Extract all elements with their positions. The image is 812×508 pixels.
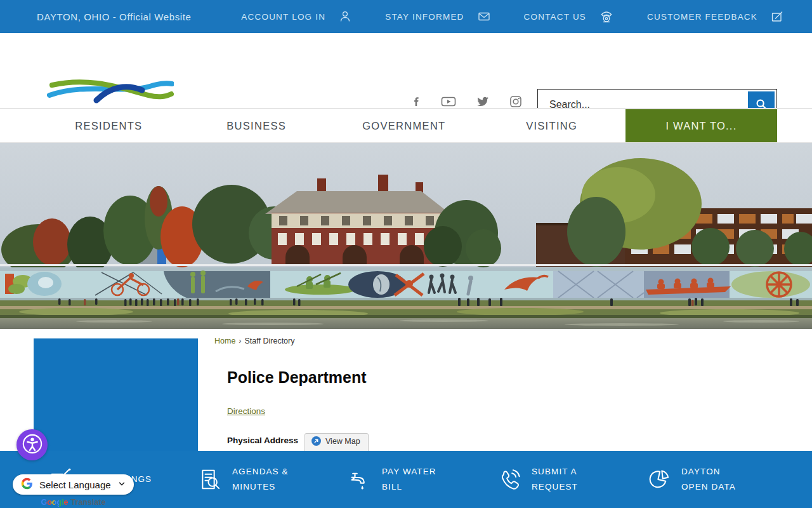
language-select[interactable]: Select Language [13,474,134,495]
account-login-link[interactable]: ACCOUNT LOG IN [241,10,352,23]
feedback-icon [770,10,784,23]
contact-us-label: CONTACT US [524,12,587,22]
google-translate-widget: Select Language GoogleTranslate [13,474,134,507]
topbar: DAYTON, OHIO - Official Website ACCOUNT … [0,0,812,33]
dayton-logo-swoosh-icon [47,72,174,109]
language-select-label: Select Language [39,479,112,490]
breadcrumb: Home›Staff Directory [214,337,773,345]
footer-item-agendas-minutes[interactable]: AGENDAS &MINUTES [197,464,347,494]
dayton-open-data-icon [646,467,672,492]
site-label: DAYTON, OHIO - Official Website [37,11,191,22]
footer-item-dayton-open-data[interactable]: DAYTONOPEN DATA [646,464,796,494]
nav-item-government[interactable]: GOVERNMENT [331,109,478,143]
pay-water-bill-icon [347,467,372,492]
directions-link[interactable]: Directions [227,406,265,416]
header: DAYTON [0,33,812,108]
hero-image [0,143,812,329]
footer-label2: REQUEST [532,479,578,495]
breadcrumb-home-link[interactable]: Home [214,337,235,345]
footer-label2: BILL [382,479,436,495]
submit-request-icon [497,467,522,492]
physical-address-row: Physical Address View Map [227,433,773,453]
customer-feedback-label: CUSTOMER FEEDBACK [647,12,757,22]
main-area: Home›Staff Directory Police Department D… [214,337,773,453]
stay-informed-link[interactable]: STAY INFORMED [385,10,490,23]
envelope-icon [477,10,491,23]
nav-items: RESIDENTS BUSINESS GOVERNMENT VISITING [35,109,625,143]
nav-item-visiting[interactable]: VISITING [478,109,625,143]
footer-label2: OPEN DATA [681,479,736,495]
main-nav: RESIDENTS BUSINESS GOVERNMENT VISITING I… [0,108,812,143]
footer-label: AGENDAS & [232,464,289,479]
accessibility-icon [22,433,43,457]
page-title: Police Department [227,368,773,387]
footer-label: PAY WATER [382,464,436,479]
footer-label: SUBMIT A [532,464,578,479]
nav-item-residents[interactable]: RESIDENTS [35,109,183,143]
phone-icon [599,9,614,24]
content-area: Home›Staff Directory Police Department D… [0,329,812,451]
i-want-to-button[interactable]: I WANT TO... [625,109,777,142]
view-map-button[interactable]: View Map [304,433,369,453]
physical-address-label: Physical Address [227,433,304,445]
topbar-links: ACCOUNT LOG IN STAY INFORMED CONTACT US [208,9,784,24]
breadcrumb-current: Staff Directory [245,337,295,345]
agendas-minutes-icon [197,467,223,492]
google-logo-icon [20,477,34,492]
google-translate-brand: GoogleTranslate [13,498,134,507]
person-icon [338,10,352,23]
account-login-label: ACCOUNT LOG IN [241,12,325,22]
view-map-label: View Map [325,437,360,446]
footer-label2: MINUTES [232,479,289,495]
nav-item-business[interactable]: BUSINESS [183,109,331,143]
google-brand-label: Google [41,498,69,507]
stay-informed-label: STAY INFORMED [385,12,464,22]
contact-us-link[interactable]: CONTACT US [524,9,615,24]
breadcrumb-separator: › [239,337,241,345]
footer-item-pay-water-bill[interactable]: PAY WATERBILL [347,464,497,494]
map-pin-icon [311,436,321,446]
footer-label: DAYTON [681,464,736,479]
footer-item-submit-request[interactable]: SUBMIT AREQUEST [497,464,646,494]
customer-feedback-link[interactable]: CUSTOMER FEEDBACK [647,10,784,23]
chevron-down-icon [117,479,126,490]
translate-brand-label: Translate [71,498,106,507]
accessibility-button[interactable] [16,429,48,460]
